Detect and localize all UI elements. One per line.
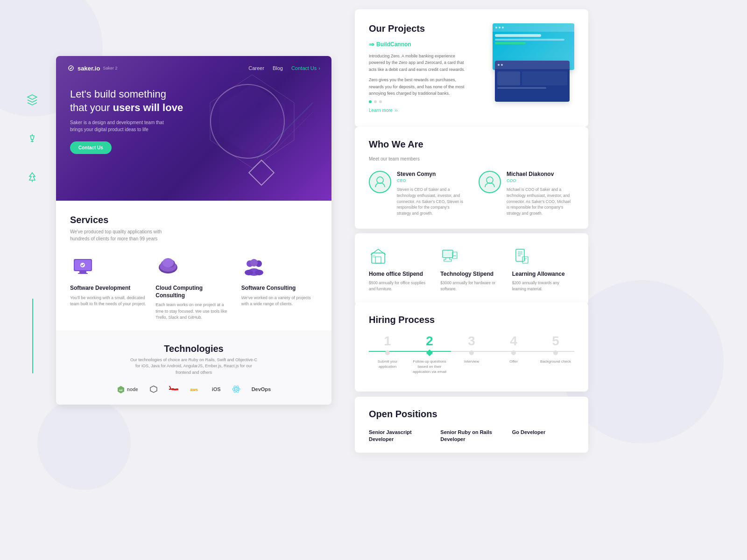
- services-grid: Software Development You'll be working w…: [70, 253, 317, 321]
- logo-icon: [67, 64, 75, 72]
- position-1[interactable]: Senior Javascript Developer: [369, 429, 431, 443]
- hero-contact-button[interactable]: Contact Us: [70, 141, 112, 154]
- benefit-2-name: Technology Stipend: [440, 271, 502, 277]
- project-desc-2: Zero gives you the best rewards on purch…: [369, 77, 472, 97]
- step-4-number: 4: [510, 335, 517, 348]
- svg-point-28: [235, 389, 237, 390]
- who-subtitle: Meet our team members: [369, 156, 574, 161]
- benefits-panel: Home office Stipend $500 annually for of…: [355, 233, 588, 305]
- step-2-number: 2: [426, 335, 433, 348]
- react-icon: [232, 385, 240, 393]
- member-1-name: Steven Comyn: [397, 171, 465, 177]
- tech-devops: DevOps: [252, 386, 271, 392]
- learning-icon: [512, 246, 531, 265]
- team-member-2: Michael Diakonov COO Michael is COO of S…: [479, 171, 574, 217]
- node-icon: nd: [117, 385, 125, 393]
- dot-1: [369, 100, 372, 103]
- step-3: 3 Interview: [453, 335, 490, 375]
- tech-aws: aws: [190, 386, 201, 392]
- step-1-dot: [385, 350, 390, 355]
- member-1-desc: Steven is CEO of Saker and a technology …: [397, 187, 465, 217]
- hero-title: Let's build something that your users wi…: [70, 88, 317, 114]
- svg-rect-38: [516, 249, 524, 261]
- rails-icon: Rails: [169, 386, 178, 392]
- tech-rails: Rails: [169, 386, 178, 392]
- svg-rect-35: [444, 251, 452, 257]
- member-2-info: Michael Diakonov COO Michael is COO of S…: [507, 171, 574, 217]
- team-member-1: Steven Comyn CEO Steven is CEO of Saker …: [369, 171, 465, 217]
- position-2[interactable]: Senior Ruby on Rails Developer: [440, 429, 502, 443]
- learn-more-link[interactable]: Learn more ››: [369, 108, 472, 113]
- step-2: 2 Follow-up questions based on their app…: [411, 335, 448, 375]
- positions-grid: Senior Javascript Developer Senior Ruby …: [369, 429, 574, 443]
- dot-3: [379, 100, 382, 103]
- step-4: 4 Offer: [495, 335, 532, 375]
- step-4-label: Offer: [509, 359, 518, 364]
- svg-point-15: [250, 259, 258, 266]
- lamp-icon[interactable]: [26, 132, 39, 145]
- hero-logo: saker.io Saker 2: [67, 64, 117, 72]
- project-brand: ⇒ BuildCannon: [369, 41, 472, 48]
- bg-decoration-2: [37, 397, 131, 490]
- tech-node: nd node: [117, 385, 138, 393]
- svg-marker-21: [150, 386, 157, 392]
- website-preview-panel: saker.io Saker 2 Career Blog Contact Us …: [56, 56, 331, 405]
- layers-icon[interactable]: [26, 93, 39, 106]
- position-3-title: Go Developer: [512, 429, 574, 436]
- member-2-name: Michael Diakonov: [507, 171, 574, 177]
- svg-point-30: [486, 177, 493, 183]
- svg-text:nd: nd: [119, 389, 123, 392]
- services-subtitle: We've produced top quality applications …: [70, 228, 173, 242]
- hero-subtitle: Saker is a design and development team t…: [70, 119, 173, 133]
- step-4-dot: [511, 350, 516, 355]
- technology-icon: [440, 246, 459, 265]
- member-1-role: CEO: [397, 178, 465, 183]
- services-section: Services We've produced top quality appl…: [56, 201, 331, 330]
- who-title: Who We Are: [369, 139, 574, 150]
- benefit-1-name: Home office Stipend: [369, 271, 431, 277]
- tech-subtitle: Our technologies of choice are Ruby on R…: [128, 357, 259, 376]
- logo-tagline: Saker 2: [103, 66, 117, 70]
- process-timeline: 1 Submit your application 2 Follow-up qu…: [369, 335, 574, 379]
- projects-content: Our Projects ⇒ BuildCannon Introducing Z…: [369, 23, 472, 113]
- service-2-desc: Each team works on one project at a time…: [155, 302, 232, 321]
- step-3-number: 3: [468, 335, 475, 348]
- step-5: 5 Background check: [537, 335, 574, 375]
- step-5-label: Background check: [540, 359, 571, 364]
- step-2-label: Follow-up questions based on their appli…: [411, 359, 448, 375]
- tech-title: Technologies: [70, 343, 317, 354]
- screenshot-2: [495, 61, 570, 102]
- benefit-technology: Technology Stipend $3000 annually for ha…: [440, 246, 502, 292]
- service-software-dev: Software Development You'll be working w…: [70, 253, 146, 321]
- svg-point-12: [162, 258, 174, 267]
- step-1-number: 1: [384, 335, 391, 348]
- step-3-dot: [469, 350, 474, 355]
- tech-ios: iOS: [212, 386, 221, 392]
- service-cloud-icon: [155, 253, 181, 279]
- svg-point-17: [245, 270, 253, 275]
- tree-icon[interactable]: [26, 171, 39, 184]
- dot-2: [374, 100, 377, 103]
- position-3[interactable]: Go Developer: [512, 429, 574, 443]
- step-5-dot: [553, 350, 558, 355]
- step-5-number: 5: [552, 335, 559, 348]
- positions-title: Open Positions: [369, 409, 574, 420]
- tech-hex: [149, 385, 158, 393]
- projects-title: Our Projects: [369, 23, 472, 34]
- screenshot-stack: [483, 23, 574, 112]
- service-cloud: Cloud Computing Consulting Each team wor…: [155, 253, 232, 321]
- tech-react: [232, 385, 240, 393]
- svg-rect-5: [79, 271, 86, 273]
- benefit-1-desc: $500 annually for office supplies and fu…: [369, 280, 431, 292]
- service-consulting: Software Consulting We've worked on a va…: [241, 253, 317, 321]
- team-grid: Steven Comyn CEO Steven is CEO of Saker …: [369, 171, 574, 217]
- service-monitor-icon: [70, 253, 96, 279]
- svg-rect-6: [78, 273, 88, 274]
- avatar-michael: [479, 171, 501, 193]
- projects-screenshots: [483, 23, 574, 113]
- our-projects-panel: Our Projects ⇒ BuildCannon Introducing Z…: [355, 9, 588, 127]
- hex-icon: [149, 385, 158, 393]
- services-title: Services: [70, 215, 317, 225]
- tech-logos-row: nd node Rails aws: [70, 385, 317, 393]
- hero-content: Let's build something that your users wi…: [56, 78, 331, 163]
